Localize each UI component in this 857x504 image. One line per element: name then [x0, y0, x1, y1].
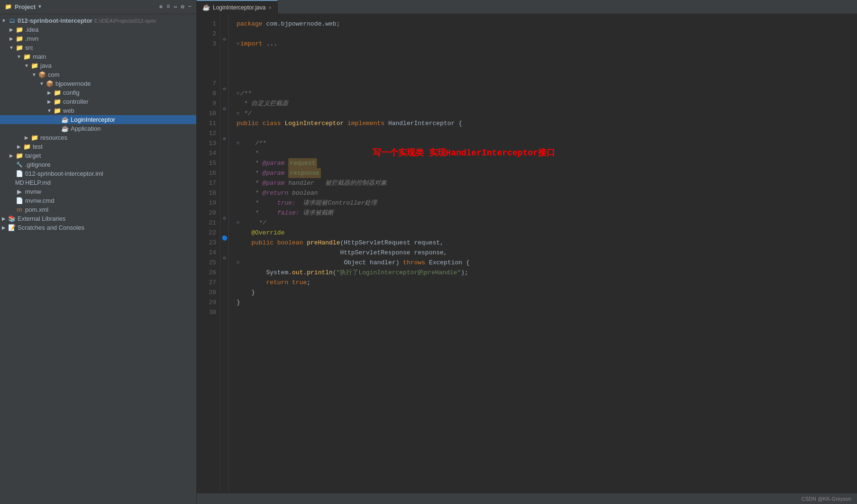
web-label: web — [63, 107, 196, 114]
tree-root[interactable]: ▼ 🗂 012-sprinboot-interceptor E:\IDEA\Pr… — [0, 16, 196, 25]
sidebar-item-iml[interactable]: 📄 012-sprinboot-interceptor.iml — [0, 169, 196, 178]
minimize-icon[interactable]: — — [188, 3, 191, 10]
fold-25[interactable]: ⊖ — [237, 258, 239, 268]
gutter-25-fold[interactable]: ⊖ — [220, 253, 228, 263]
res-folder-icon: 📁 — [30, 134, 39, 141]
sidebar-item-gitignore[interactable]: 🔧 .gitignore — [0, 160, 196, 169]
sidebar-item-target[interactable]: ▶ 📁 target — [0, 151, 196, 160]
code-lines[interactable]: package com.bjpowernode.web; ⊖import ...… — [229, 14, 857, 493]
sidebar-item-extlib[interactable]: ▶ 📚 External Libraries — [0, 214, 196, 223]
gutter-9 — [220, 94, 228, 104]
line-num-1: 1 — [197, 19, 216, 29]
iml-label: 012-sprinboot-interceptor.iml — [25, 170, 196, 177]
bjpwr-arrow: ▼ — [38, 81, 46, 86]
line-num-7: 7 — [197, 79, 216, 89]
sidebar-item-src[interactable]: ▼ 📁 src — [0, 43, 196, 52]
gutter-2 — [220, 24, 228, 34]
sidebar-item-java[interactable]: ▼ 📁 java — [0, 61, 196, 70]
bjpwr-label: bjpowernode — [55, 80, 196, 87]
sidebar-item-mvnwcmd[interactable]: 📄 mvnw.cmd — [0, 196, 196, 205]
sidebar-item-mvn[interactable]: ▶ 📁 .mvn — [0, 34, 196, 43]
code-line-26: System.out.println("执行了LoginInterceptor的… — [237, 268, 857, 278]
sidebar-item-config[interactable]: ▶ 📁 config — [0, 88, 196, 97]
line-num-19: 19 — [197, 198, 216, 208]
sidebar-item-web[interactable]: ▼ 📁 web — [0, 106, 196, 115]
sidebar-item-bjpowernode[interactable]: ▼ 📦 bjpowernode — [0, 79, 196, 88]
gutter-30 — [220, 303, 228, 313]
web-arrow: ▼ — [46, 108, 53, 113]
sidebar-item-scratches[interactable]: ▶ 📝 Scratches and Consoles — [0, 223, 196, 232]
gutter-8-fold[interactable]: ⊖ — [220, 84, 228, 94]
dropdown-arrow[interactable]: ▼ — [38, 4, 41, 9]
settings-icon[interactable]: ⚙ — [181, 3, 184, 10]
code-editor: 1 2 3 7 8 9 10 11 12 13 14 15 16 17 18 1… — [197, 14, 857, 493]
gutter-14 — [220, 144, 228, 153]
line-num-17: 17 — [197, 178, 216, 188]
gutter-18 — [220, 183, 228, 193]
panel-controls: ⊕ ≡ ⇔ ⚙ — — [159, 3, 191, 10]
sidebar-item-pom[interactable]: m pom.xml — [0, 205, 196, 214]
list-icon[interactable]: ≡ — [166, 3, 170, 10]
code-line-11: public class LoginInterceptor implements… — [237, 118, 857, 128]
credit-label: CSDN @KK-Greyson — [802, 496, 851, 502]
gutter-22 — [220, 223, 228, 233]
sidebar-item-controller[interactable]: ▶ 📁 controller — [0, 97, 196, 106]
code-line-24: HttpServletResponse response, — [237, 248, 857, 258]
gear-icon[interactable]: ⊕ — [159, 3, 163, 10]
idea-label: .idea — [25, 26, 196, 33]
gutter-10-fold[interactable]: ⊖ — [220, 104, 228, 114]
gutter-7 — [220, 74, 228, 84]
com-pkg-icon: 📦 — [38, 71, 46, 78]
sidebar-item-com[interactable]: ▼ 📦 com — [0, 70, 196, 79]
test-arrow: ▶ — [15, 144, 23, 149]
fold-21[interactable]: ⊖ — [237, 218, 239, 228]
fold-10[interactable]: ⊖ — [237, 108, 239, 118]
gutter-28 — [220, 283, 228, 293]
status-bar: CSDN @KK-Greyson — [197, 493, 857, 504]
iml-file-icon: 📄 — [15, 170, 24, 177]
src-label: src — [25, 44, 196, 51]
li-label: LoginInterceptor — [71, 116, 196, 123]
java-label: java — [40, 62, 196, 69]
fold-3[interactable]: ⊖ — [237, 39, 239, 49]
sidebar-item-application[interactable]: ☕ Application — [0, 124, 196, 133]
com-arrow: ▼ — [30, 72, 38, 77]
target-folder-icon: 📁 — [15, 152, 24, 159]
sidebar-item-test[interactable]: ▶ 📁 test — [0, 142, 196, 151]
com-label: com — [48, 71, 196, 78]
mvn-arrow: ▶ — [8, 36, 15, 41]
gutter-21-fold[interactable]: ⊖ — [220, 213, 228, 223]
config-label: config — [63, 89, 196, 96]
target-arrow: ▶ — [8, 153, 15, 158]
code-line-17: * @param handler 被拦截器的控制器对象 — [237, 178, 857, 188]
gutter-27 — [220, 273, 228, 283]
code-line-23: public boolean preHandle(HttpServletRequ… — [237, 238, 857, 248]
tab-close-button[interactable]: × — [268, 5, 271, 10]
sidebar-item-idea[interactable]: ▶ 📁 .idea — [0, 25, 196, 34]
pom-label: pom.xml — [25, 206, 196, 213]
gutter-13-fold[interactable]: ⊖ — [220, 134, 228, 144]
arrows-icon[interactable]: ⇔ — [173, 3, 177, 10]
scratch-arrow: ▶ — [0, 225, 8, 230]
sidebar-item-help[interactable]: MD HELP.md — [0, 178, 196, 187]
line-num-27: 27 — [197, 278, 216, 288]
gutter-3-fold[interactable]: ⊖ — [220, 34, 228, 44]
gutter-12 — [220, 124, 228, 134]
src-arrow: ▼ — [8, 45, 15, 50]
sidebar-item-logininterceptor[interactable]: ☕ LoginInterceptor — [0, 115, 196, 124]
line-num-24: 24 — [197, 248, 216, 258]
ctrl-folder-icon: 📁 — [53, 98, 62, 105]
main-folder-icon: 📁 — [23, 53, 31, 60]
main-label: main — [33, 53, 196, 60]
fold-8[interactable]: ⊖ — [237, 89, 239, 99]
sidebar-item-mvnw[interactable]: ▶ mvnw — [0, 187, 196, 196]
fold-13[interactable]: ⊖ — [237, 138, 239, 148]
gutter-20 — [220, 203, 228, 213]
sidebar-item-resources[interactable]: ▶ 📁 resources — [0, 133, 196, 142]
tab-logininterceptor[interactable]: ☕ LoginInterceptor.java × — [197, 0, 278, 14]
test-label: test — [33, 143, 196, 150]
code-line-18: * @return boolean — [237, 188, 857, 198]
mvnw-file-icon: ▶ — [15, 188, 24, 195]
sidebar-item-main[interactable]: ▼ 📁 main — [0, 52, 196, 61]
project-icon: 📁 — [5, 3, 12, 10]
